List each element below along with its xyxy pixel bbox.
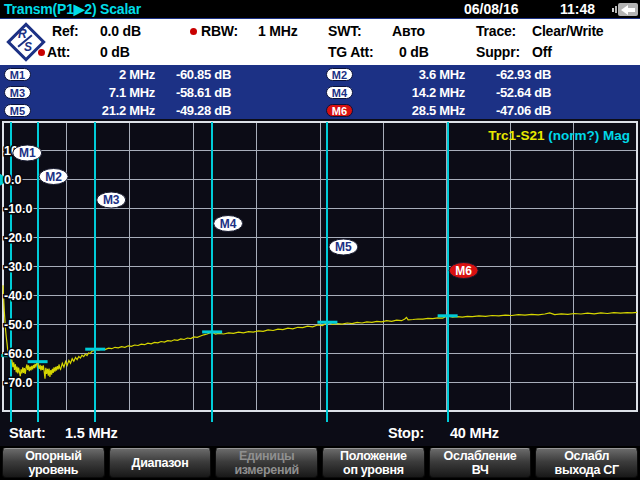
swt-value: Авто <box>392 22 425 40</box>
battery-charging-icon <box>612 3 638 16</box>
start-label: Start: <box>9 423 46 443</box>
suppr-value: Off <box>532 43 552 61</box>
marker-level: -49.28 dB <box>155 103 231 118</box>
marker-table-row: M37.1 MHz-58.61 dBM414.2 MHz-52.64 dB <box>0 83 640 101</box>
softkey-label: уровень <box>29 463 79 477</box>
marker-frequency: 28.5 MHz <box>353 103 465 118</box>
tg-att-label: TG Att: <box>328 43 374 61</box>
marker-tick-M5 <box>317 321 337 324</box>
marker-badge-M4: M4 <box>326 86 353 99</box>
marker-level: -62.93 dB <box>465 67 551 82</box>
marker-level: -47.06 dB <box>465 103 551 118</box>
trace-mode-label: Trace: <box>476 22 516 40</box>
att-change-dot <box>38 49 45 56</box>
marker-tick-M3 <box>85 348 105 351</box>
marker-badge-M6: M6 <box>326 104 353 117</box>
softkey-label: ВЧ <box>472 463 489 477</box>
y-axis-tick-label: -60.0 <box>4 347 33 361</box>
chart-marker-badge-text: M6 <box>455 264 472 278</box>
ref-label: Ref: <box>52 22 78 40</box>
y-axis-tick-label: 0.0 <box>4 173 21 187</box>
y-axis-tick-label: -40.0 <box>4 289 33 303</box>
frequency-axis-row: Start: 1.5 MHz Stop: 40 MHz <box>0 423 640 443</box>
battery-tip <box>615 6 617 13</box>
chart-marker-badge-text: M3 <box>103 193 120 207</box>
marker-readout-M2: M23.6 MHz-62.93 dB <box>322 65 551 83</box>
marker-frequency: 2 MHz <box>31 67 155 82</box>
marker-badge-M1: M1 <box>4 68 31 81</box>
measurement-title: Transm(P1▶2) Scalar <box>4 0 141 18</box>
stop-value: 40 MHz <box>450 423 499 443</box>
marker-level: -52.64 dB <box>465 85 551 100</box>
analyzer-screen: Transm(P1▶2) Scalar 06/08/16 11:48 R S R… <box>0 0 640 480</box>
marker-readout-M3: M37.1 MHz-58.61 dB <box>0 83 322 101</box>
marker-level: -58.61 dB <box>155 85 231 100</box>
marker-frequency: 3.6 MHz <box>353 67 465 82</box>
softkey-5[interactable]: ОслаблениеВЧ <box>429 448 532 478</box>
softkey-label: выхода СГ <box>555 463 619 477</box>
rbw-change-dot <box>190 28 197 35</box>
y-axis-tick-label: -50.0 <box>4 318 33 332</box>
marker-readout-M5: M521.2 MHz-49.28 dB <box>0 101 322 119</box>
battery-dot <box>612 8 614 12</box>
softkey-label: Диапазон <box>132 456 189 470</box>
suppr-label: Suppr: <box>476 43 520 61</box>
marker-readout-M1: M12 MHz-60.85 dB <box>0 65 322 83</box>
y-axis-tick-label: -10.0 <box>4 202 33 216</box>
marker-badge-M2: M2 <box>326 68 353 81</box>
time-text: 11:48 <box>560 0 595 18</box>
att-value: 0 dB <box>100 43 130 61</box>
chart: 10.00.0-10.0-20.0-30.0-40.0-50.0-60.0-70… <box>0 119 640 427</box>
softkey-1[interactable]: Опорныйуровень <box>2 448 105 478</box>
marker-table-row: M12 MHz-60.85 dBM23.6 MHz-62.93 dB <box>0 65 640 83</box>
y-axis-tick-label: -30.0 <box>4 260 33 274</box>
softkey-label: измерений <box>234 463 299 477</box>
marker-frequency: 7.1 MHz <box>31 85 155 100</box>
marker-badge-M5: M5 <box>4 104 31 117</box>
chart-marker-badge-text: M1 <box>19 146 36 160</box>
marker-table-row: M521.2 MHz-49.28 dBM628.5 MHz-47.06 dB <box>0 101 640 119</box>
y-axis-tick-label: -70.0 <box>4 376 33 390</box>
softkey-label: Ослабление <box>444 449 517 463</box>
stop-label: Stop: <box>388 423 424 443</box>
softkey-label: оп уровня <box>343 463 404 477</box>
marker-readout-M6: M628.5 MHz-47.06 dB <box>322 101 551 119</box>
softkey-label: Ослабл <box>564 449 609 463</box>
marker-table: M12 MHz-60.85 dBM23.6 MHz-62.93 dBM37.1 … <box>0 65 640 119</box>
rbw-value: 1 MHz <box>258 22 297 40</box>
chart-marker-badge-text: M4 <box>220 217 237 231</box>
softkey-4[interactable]: Положениеоп уровня <box>322 448 425 478</box>
trace-mode-value: Clear/Write <box>532 22 603 40</box>
marker-readout-M4: M414.2 MHz-52.64 dB <box>322 83 551 101</box>
softkey-6[interactable]: Ослаблвыхода СГ <box>535 448 638 478</box>
marker-badge-M3: M3 <box>4 86 31 99</box>
charge-arrow-icon <box>621 5 628 15</box>
settings-header: R S Ref: 0.0 dB RBW: 1 MHz SWT: Авто Tra… <box>0 18 640 65</box>
ref-value: 0.0 dB <box>100 22 141 40</box>
softkey-2[interactable]: Диапазон <box>109 448 212 478</box>
softkey-3[interactable]: Единицыизмерений <box>215 448 318 478</box>
title-bar: Transm(P1▶2) Scalar 06/08/16 11:48 <box>0 0 640 18</box>
tg-att-value: 0 dB <box>399 43 429 61</box>
trace-label: Trc1-S21 (norm?) Mag <box>488 128 630 143</box>
marker-tick-M6 <box>438 314 458 317</box>
rbw-label: RBW: <box>201 22 238 40</box>
softkey-label: Положение <box>340 449 407 463</box>
marker-frequency: 21.2 MHz <box>31 103 155 118</box>
date-text: 06/08/16 <box>464 0 519 18</box>
att-label: Att: <box>47 43 70 61</box>
start-value: 1.5 MHz <box>65 423 118 443</box>
marker-frequency: 14.2 MHz <box>353 85 465 100</box>
marker-level: -60.85 dB <box>155 67 231 82</box>
y-axis-tick-label: -20.0 <box>4 231 33 245</box>
chart-marker-badge-text: M2 <box>45 170 62 184</box>
chart-area: 10.00.0-10.0-20.0-30.0-40.0-50.0-60.0-70… <box>0 119 640 446</box>
chart-marker-badge-text: M5 <box>335 240 352 254</box>
battery-body <box>618 3 638 16</box>
softkey-label: Опорный <box>25 449 81 463</box>
marker-tick-M4 <box>202 330 222 333</box>
swt-label: SWT: <box>328 22 361 40</box>
softkey-bar: ОпорныйуровеньДиапазонЕдиницыизмеренийПо… <box>0 446 640 480</box>
softkey-label: Единицы <box>239 449 294 463</box>
